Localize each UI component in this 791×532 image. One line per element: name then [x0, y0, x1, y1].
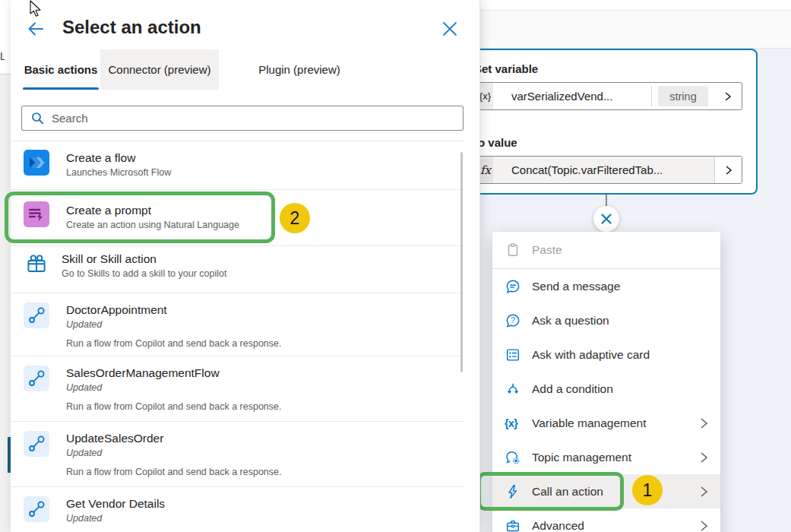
step-badge-2: 2 [280, 203, 310, 233]
chevron-right-icon [724, 165, 733, 176]
action-title: UpdateSalesOrder [66, 430, 282, 446]
action-desc: Launches Microsoft Flow [66, 166, 171, 180]
lightning-icon [505, 483, 521, 500]
panel-header: Select an action [11, 0, 479, 46]
background-divider [0, 74, 11, 74]
chevron-right-icon [698, 519, 710, 532]
menu-item-advanced[interactable]: Advanced [492, 508, 720, 532]
close-icon [600, 213, 612, 225]
menu-item-label: Topic management [532, 451, 698, 464]
action-desc: Run a flow from Copilot and send back a … [66, 400, 282, 414]
flow-run-icon [24, 302, 49, 328]
paste-icon [505, 242, 521, 258]
menu-item-label: Send a message [532, 280, 710, 293]
message-icon [505, 278, 521, 295]
svg-text:?: ? [511, 316, 515, 325]
flow-run-icon [24, 431, 49, 457]
action-status: Updated [66, 511, 165, 525]
search-icon [31, 112, 44, 125]
topic-gear-icon [505, 449, 521, 466]
menu-item-label: Paste [532, 243, 710, 257]
action-item-doctorappointment[interactable]: DoctorAppointment Updated Run a flow fro… [11, 293, 465, 356]
node-title: Set variable [474, 62, 538, 75]
tab-connector-preview[interactable]: Connector (preview) [100, 49, 219, 90]
tab-basic-actions[interactable]: Basic actions [23, 49, 99, 90]
action-item-salesordermanagementflow[interactable]: SalesOrderManagementFlow Updated Run a f… [11, 356, 465, 422]
page-title: Select an action [62, 17, 201, 38]
action-title: DoctorAppointment [66, 302, 282, 318]
action-title: Skill or Skill action [62, 251, 226, 267]
variable-expand-button[interactable] [714, 83, 742, 109]
variable-field[interactable]: {x} varSerializedVend... string [465, 82, 742, 110]
menu-item-variable-management[interactable]: {x} Variable management [492, 406, 720, 440]
action-item-create-a-prompt[interactable]: Create a prompt Create an action using N… [11, 190, 465, 246]
action-title: Get Vendor Details [66, 496, 165, 511]
tab-bar: Basic actions Connector (preview) Plugin… [23, 49, 363, 90]
power-automate-icon [24, 150, 49, 176]
step-badge-1: 1 [632, 475, 663, 505]
menu-item-label: Ask a question [532, 314, 710, 328]
condition-branch-icon [505, 381, 521, 397]
to-value-label: to value [474, 136, 517, 149]
menu-item-send-a-message[interactable]: Send a message [492, 269, 720, 303]
create-prompt-icon [24, 201, 49, 227]
clipped-text: L [0, 50, 5, 62]
panel-scrollbar[interactable] [460, 152, 463, 372]
menu-item-add-a-condition[interactable]: Add a condition [492, 372, 720, 406]
menu-item-label: Call an action [532, 485, 698, 499]
action-title: SalesOrderManagementFlow [66, 365, 282, 381]
chevron-right-icon [698, 451, 710, 464]
variable-type-chip: string [658, 86, 708, 106]
menu-item-paste[interactable]: Paste [492, 232, 720, 268]
action-item-updatesalesorder[interactable]: UpdateSalesOrder Updated Run a flow from… [11, 422, 465, 487]
action-desc: Create an action using Natural Language [66, 218, 239, 233]
background-app-strip: L [0, 0, 11, 532]
chevron-right-icon [698, 485, 710, 499]
close-icon[interactable] [441, 20, 459, 38]
mouse-cursor-icon [27, 0, 43, 21]
variable-icon: {x} [505, 417, 523, 429]
action-list: Create a flow Launches Microsoft Flow Cr… [11, 141, 465, 532]
search-input[interactable] [52, 112, 463, 125]
chevron-right-icon [698, 416, 710, 430]
menu-item-label: Advanced [532, 519, 698, 532]
menu-item-label: Variable management [532, 416, 698, 430]
flow-run-icon [24, 496, 49, 522]
close-insert-menu-button[interactable] [593, 206, 619, 232]
back-arrow-icon[interactable] [26, 19, 46, 39]
action-title: Create a flow [66, 150, 171, 166]
menu-item-call-an-action[interactable]: Call an action [492, 474, 720, 508]
skill-gift-icon [25, 252, 48, 275]
question-icon: ? [505, 312, 521, 329]
action-desc: Run a flow from Copilot and send back a … [66, 465, 282, 480]
menu-item-ask-with-adaptive-card[interactable]: Ask with adaptive card [492, 337, 720, 372]
action-status: Updated [66, 381, 282, 394]
tab-plugin-preview[interactable]: Plugin (preview) [236, 49, 363, 90]
action-title: Create a prompt [66, 202, 239, 218]
chevron-right-icon [723, 91, 732, 102]
value-formula: Concat(Topic.varFilteredTab... [493, 157, 714, 183]
select-action-panel: Select an action Basic actions Connector… [11, 0, 480, 532]
insert-node-context-menu: Paste Send a message ? Ask a question As… [492, 232, 720, 532]
value-expand-button[interactable] [714, 157, 742, 183]
action-desc: Run a flow from Copilot and send back a … [66, 337, 282, 351]
menu-item-label: Add a condition [532, 382, 710, 396]
menu-item-label: Ask with adaptive card [532, 348, 710, 362]
action-item-skill[interactable]: Skill or Skill action Go to Skills to ad… [11, 246, 465, 293]
action-desc: Go to Skills to add a skill to your copi… [62, 267, 226, 281]
action-item-get-vendor-details[interactable]: Get Vendor Details Updated [11, 487, 465, 532]
variable-name: varSerializedVend... [493, 86, 652, 106]
action-status: Updated [66, 446, 282, 460]
search-box[interactable] [21, 106, 464, 131]
menu-item-topic-management[interactable]: Topic management [492, 440, 720, 474]
value-field[interactable]: fx Concat(Topic.varFilteredTab... [465, 156, 742, 184]
adaptive-card-icon [505, 347, 521, 363]
flow-run-icon [24, 366, 49, 391]
action-status: Updated [66, 318, 282, 331]
menu-item-ask-a-question[interactable]: ? Ask a question [492, 303, 720, 337]
briefcase-icon [505, 518, 521, 532]
action-item-create-a-flow[interactable]: Create a flow Launches Microsoft Flow [11, 141, 465, 190]
